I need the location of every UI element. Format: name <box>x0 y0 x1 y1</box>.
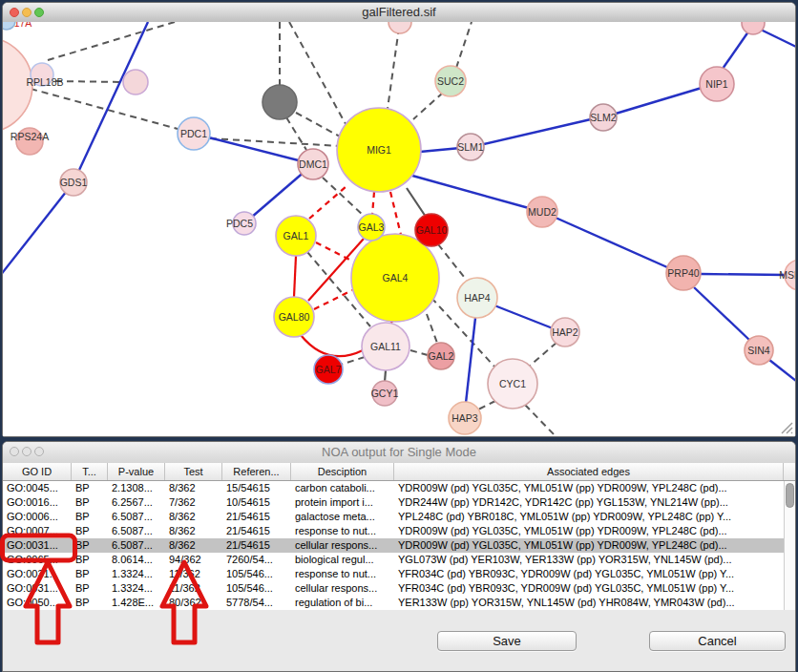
edge-blue[interactable] <box>694 287 750 341</box>
table-row[interactable]: GO:0065...BP8.0614...94/3627260/54...bio… <box>3 553 784 567</box>
edge-gray-solid[interactable] <box>385 370 386 382</box>
cell-go_id: GO:0016... <box>3 495 72 510</box>
column-header-reference[interactable]: Referen... <box>222 463 291 480</box>
cell-description: response to nut... <box>291 567 394 581</box>
table-row[interactable]: GO:0016...BP6.2567...7/36210/54615protei… <box>3 495 784 510</box>
cell-go_id: GO:0031... <box>3 581 72 596</box>
cell-test: 11/362 <box>165 567 222 581</box>
cell-description: cellular respons... <box>291 538 394 553</box>
table-row[interactable]: GO:0050...BP1.428E...80/3625778/54...reg… <box>3 596 784 610</box>
edge-red-solid[interactable] <box>294 256 296 297</box>
edge-blue[interactable] <box>556 218 667 267</box>
edge-gray-dashed[interactable] <box>296 113 340 136</box>
edge-gray-dashed[interactable] <box>410 350 428 355</box>
edge-blue[interactable] <box>412 176 529 208</box>
cell-p_value: 6.5087... <box>108 510 165 524</box>
edge-blue[interactable] <box>769 360 795 381</box>
column-header-p_value[interactable]: P-value <box>108 463 165 480</box>
minimize-button-icon[interactable] <box>22 8 32 17</box>
node-RPL18B[interactable] <box>123 70 148 94</box>
cell-description: response to nut... <box>291 524 394 538</box>
edge-blue[interactable] <box>194 134 313 164</box>
edge-gray-dashed[interactable] <box>427 314 438 346</box>
node-unlabeled[interactable] <box>262 85 297 119</box>
edge-red-dashed[interactable] <box>309 186 346 219</box>
edge-gray-dashed[interactable] <box>525 405 557 436</box>
node-label-HAP2: HAP2 <box>552 326 578 338</box>
edge-gray-dashed[interactable] <box>438 244 468 282</box>
edge-blue[interactable] <box>3 182 74 276</box>
table-row[interactable]: GO:0031...BP1.3324...11/362105/546...res… <box>3 567 784 581</box>
edge-gray-dashed[interactable] <box>341 357 365 365</box>
cell-description: biological regul... <box>291 553 394 567</box>
edge-red-dashed[interactable] <box>390 192 401 235</box>
cell-reference: 7260/54... <box>222 553 291 567</box>
node-label-MSL5: MSL5 <box>779 269 795 281</box>
column-header-description[interactable]: Desciption <box>291 463 394 480</box>
edge-gray-dashed[interactable] <box>31 89 178 129</box>
edge-gray-dashed[interactable] <box>388 28 399 109</box>
node-label-SLM2: SLM2 <box>590 112 617 123</box>
results-table-header: GO IDT...P-valueTestReferen...Desciption… <box>3 463 795 481</box>
edge-blue[interactable] <box>701 274 786 275</box>
table-row[interactable]: GO:0031...BP1.3324...11/362105/546...cel… <box>3 581 784 596</box>
edge-blue[interactable] <box>484 119 591 144</box>
column-header-type[interactable]: T... <box>72 463 108 480</box>
edge-gray-dashed[interactable] <box>529 343 556 367</box>
cell-test: 8/362 <box>165 481 222 495</box>
edge-blue[interactable] <box>74 22 148 182</box>
node-label-GAL1: GAL1 <box>284 230 309 242</box>
edge-gray-dashed[interactable] <box>456 22 472 68</box>
column-header-go_id[interactable]: GO ID <box>3 463 72 480</box>
resize-grip-icon[interactable] <box>782 423 792 433</box>
cell-reference: 21/54615 <box>222 524 291 538</box>
edge-blue[interactable] <box>761 30 795 48</box>
close-button-icon[interactable] <box>10 8 19 17</box>
node-label-RPL18B: RPL18B <box>26 76 63 88</box>
table-row[interactable]: GO:0006...BP6.5087...8/36221/54615galact… <box>3 510 784 524</box>
cancel-button[interactable]: Cancel <box>649 631 786 651</box>
edge-gray-dashed[interactable] <box>55 81 123 82</box>
cell-test: 8/362 <box>165 510 222 524</box>
cell-p_value: 6.5087... <box>108 524 165 538</box>
zoom-button-icon[interactable] <box>34 8 44 17</box>
noa-window-titlebar[interactable]: NOA output for Single Mode <box>3 442 795 464</box>
cell-p_value: 1.3324... <box>108 581 165 596</box>
vertical-scrollbar[interactable] <box>784 481 795 610</box>
scrollbar-thumb[interactable] <box>786 483 794 508</box>
cell-description: regulation of bi... <box>291 596 394 610</box>
edge-gray-dashed[interactable] <box>48 22 175 60</box>
column-header-test[interactable]: Test <box>165 463 222 480</box>
edge-gray-dashed[interactable] <box>286 117 306 150</box>
network-canvas[interactable]: RPL18BRPS24AGDS1PDC1DMC1MIG1SUC2NIP1SLM2… <box>3 22 795 436</box>
cell-test: 80/362 <box>165 596 222 610</box>
cell-type: BP <box>72 510 108 524</box>
cell-description: carbon cataboli... <box>291 481 394 495</box>
cell-edges: YDR009W (pd) YGL035C, YML051W (pp) YDR00… <box>394 481 784 495</box>
save-button[interactable]: Save <box>437 631 577 651</box>
edge-blue[interactable] <box>494 305 553 328</box>
node-unlabeled[interactable] <box>388 22 411 33</box>
graph-window-titlebar[interactable]: galFiltered.sif <box>3 3 795 23</box>
table-row[interactable]: GO:0045...BP2.1308...8/36215/54615carbon… <box>3 481 784 495</box>
edge-red-solid[interactable] <box>301 335 363 356</box>
edge-red-dashed[interactable] <box>372 192 374 215</box>
node-unlabeled[interactable] <box>742 22 765 34</box>
table-row[interactable]: GO:0031...BP6.5087...8/36221/54615cellul… <box>3 538 784 553</box>
edge-blue[interactable] <box>466 318 475 403</box>
cell-go_id: GO:0045... <box>3 481 72 495</box>
node-label-PDC5: PDC5 <box>226 218 253 229</box>
column-header-edges[interactable]: Associated edges <box>394 463 784 480</box>
minimize-button-icon[interactable] <box>22 447 32 456</box>
table-row[interactable]: GO:0007...BP6.5087...8/36221/54615respon… <box>3 524 784 538</box>
edge-blue[interactable] <box>616 88 702 114</box>
edge-gray-dashed[interactable] <box>413 93 443 119</box>
close-button-icon[interactable] <box>10 447 19 456</box>
edge-gray-solid[interactable] <box>407 188 426 217</box>
edge-red-dashed[interactable] <box>316 242 353 262</box>
cell-reference: 10/54615 <box>222 495 291 510</box>
node-label-GCY1: GCY1 <box>371 388 399 399</box>
zoom-button-icon[interactable] <box>34 447 44 456</box>
cell-description: cellular respons... <box>291 581 394 596</box>
node-label-GAL80: GAL80 <box>279 311 310 323</box>
